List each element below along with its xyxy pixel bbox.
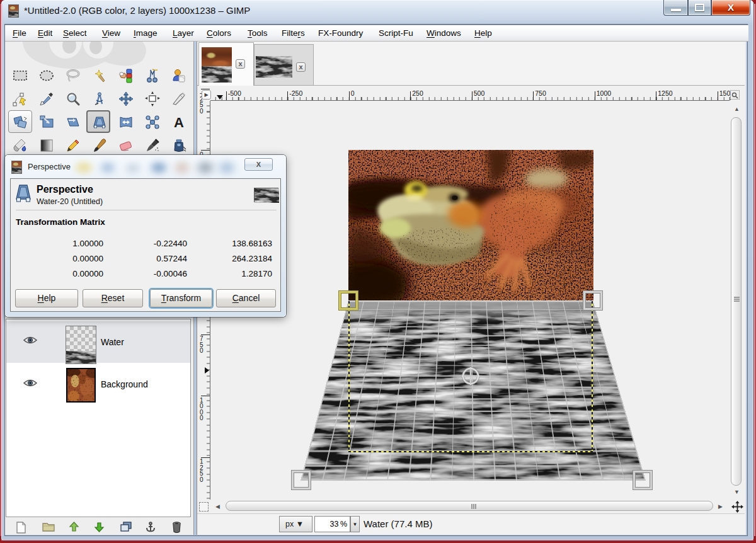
svg-text:A: A [174, 115, 184, 130]
